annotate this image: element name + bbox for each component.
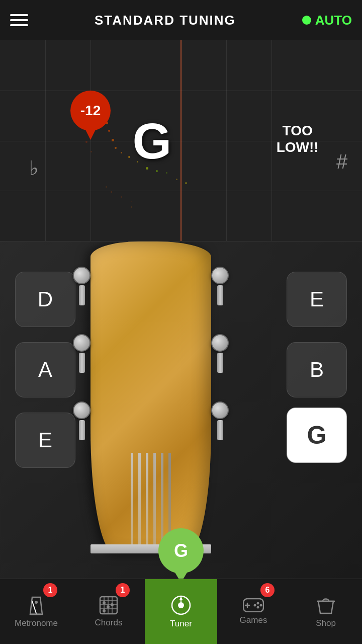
svg-point-23 <box>254 604 256 606</box>
nav-label-tuner: Tuner <box>170 619 192 629</box>
svg-point-22 <box>257 606 259 608</box>
sharp-symbol[interactable]: # <box>336 150 347 173</box>
chords-icon <box>99 596 118 615</box>
nav-label-games: Games <box>240 615 267 625</box>
auto-dot <box>302 16 311 25</box>
svg-point-2 <box>35 601 38 604</box>
tuner-status: TOOLOW!! <box>277 122 319 156</box>
peg-2[interactable] <box>73 334 90 352</box>
string-btn-b[interactable]: B <box>287 342 347 397</box>
string-btn-e-low[interactable]: E <box>15 413 75 468</box>
note-picker[interactable]: G <box>158 528 204 574</box>
nav-item-tuner[interactable]: Tuner <box>145 579 217 644</box>
pitch-bubble: -12 <box>70 91 111 131</box>
nav-item-games[interactable]: 6 Games <box>217 579 290 644</box>
peg-1[interactable] <box>73 267 90 284</box>
svg-point-11 <box>103 601 106 604</box>
svg-point-20 <box>257 602 259 604</box>
auto-label: AUTO <box>315 13 352 28</box>
nav-label-shop: Shop <box>316 618 336 628</box>
tuner-display: -12 G ♭ # TOOLOW!! <box>0 40 362 242</box>
string-btn-d[interactable]: D <box>15 272 75 327</box>
pitch-value: -12 <box>80 103 101 119</box>
nav-item-chords[interactable]: 1 Chords <box>72 579 145 644</box>
tuning-pegs-left <box>73 267 90 441</box>
headstock-body <box>90 242 211 553</box>
metronome-icon <box>27 595 45 615</box>
header-title: STANDARD TUNING <box>95 13 236 28</box>
flat-symbol[interactable]: ♭ <box>29 156 39 180</box>
svg-point-12 <box>107 605 110 608</box>
peg-4[interactable] <box>211 267 229 284</box>
menu-button[interactable] <box>10 14 28 26</box>
peg-6[interactable] <box>211 401 229 419</box>
bottom-nav: 1 Metronome 1 <box>0 579 362 644</box>
svg-point-13 <box>111 603 114 606</box>
string-btn-g[interactable]: G <box>287 408 347 463</box>
nav-item-metronome[interactable]: 1 Metronome <box>0 579 72 644</box>
note-picker-label: G <box>174 540 188 561</box>
string-btn-e-high[interactable]: E <box>287 272 347 327</box>
nav-item-shop[interactable]: Shop <box>290 579 362 644</box>
games-icon <box>243 598 264 612</box>
auto-badge[interactable]: AUTO <box>302 13 352 28</box>
guitar-area: D A E E B G <box>0 242 362 579</box>
header: STANDARD TUNING AUTO <box>0 0 362 40</box>
guitar-headstock <box>75 242 236 574</box>
tuning-pegs-right <box>211 267 229 441</box>
shop-icon <box>316 595 335 615</box>
tuner-icon <box>170 595 192 616</box>
string-btn-a[interactable]: A <box>15 342 75 397</box>
svg-point-14 <box>103 609 106 612</box>
nav-badge-metronome: 1 <box>43 583 57 597</box>
nav-label-chords: Chords <box>95 618 123 628</box>
peg-3[interactable] <box>73 401 90 419</box>
peg-5[interactable] <box>211 334 229 352</box>
tuner-note: G <box>132 112 171 170</box>
svg-point-21 <box>260 604 262 606</box>
svg-rect-4 <box>100 597 117 614</box>
nav-badge-games: 6 <box>260 583 275 597</box>
nav-label-metronome: Metronome <box>15 618 58 628</box>
nav-badge-chords: 1 <box>116 583 130 597</box>
